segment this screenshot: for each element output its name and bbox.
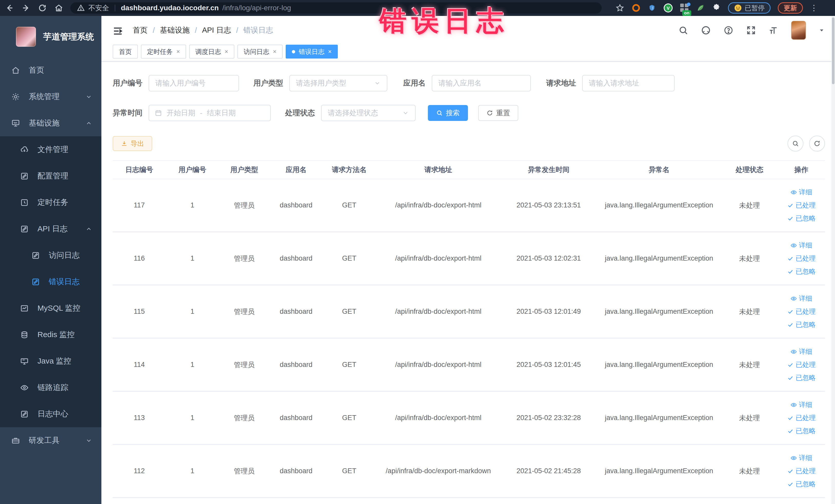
help-icon[interactable] bbox=[724, 25, 734, 36]
tab-label: 定时任务 bbox=[147, 47, 173, 56]
sidebar-item-label: 研发工具 bbox=[29, 435, 60, 446]
sidebar-item-error-log[interactable]: 错误日志 bbox=[0, 268, 101, 295]
detail-link[interactable]: 详细 bbox=[790, 241, 812, 250]
exception-time-range-picker[interactable]: 开始日期 - 结束日期 bbox=[149, 105, 271, 121]
extensions-puzzle-icon[interactable] bbox=[712, 4, 721, 12]
process-status-select[interactable]: 请选择处理状态 bbox=[321, 105, 415, 121]
search-icon[interactable] bbox=[678, 25, 688, 36]
scrollbar-thumb[interactable] bbox=[832, 18, 834, 84]
sidebar-item-trace[interactable]: 链路追踪 bbox=[0, 374, 101, 401]
menu-fold-icon[interactable] bbox=[113, 26, 123, 35]
sidebar-item-file-manage[interactable]: 文件管理 bbox=[0, 136, 101, 163]
reset-button[interactable]: 重置 bbox=[478, 105, 518, 121]
processed-link[interactable]: 已处理 bbox=[787, 307, 816, 316]
sidebar-item-label: API 日志 bbox=[38, 224, 67, 234]
forward-icon[interactable] bbox=[21, 3, 31, 13]
sidebar-item-devtools[interactable]: 研发工具 bbox=[0, 427, 101, 454]
sidebar-item-system-manage[interactable]: 系统管理 bbox=[0, 83, 101, 110]
back-icon[interactable] bbox=[5, 3, 14, 13]
toggle-search-button[interactable] bbox=[788, 136, 803, 152]
ignored-link[interactable]: 已忽略 bbox=[787, 373, 816, 382]
font-size-icon[interactable] bbox=[769, 25, 779, 36]
access-log-icon bbox=[31, 251, 40, 260]
fullscreen-icon[interactable] bbox=[746, 25, 756, 36]
ignored-link[interactable]: 已忽略 bbox=[787, 214, 816, 223]
cell-log-id: 113 bbox=[113, 414, 166, 422]
tab-error-log[interactable]: 错误日志× bbox=[286, 45, 338, 59]
user-avatar[interactable] bbox=[791, 21, 806, 40]
close-icon[interactable]: × bbox=[328, 48, 332, 55]
app-logo-row[interactable]: 芋道管理系统 bbox=[0, 16, 101, 57]
close-icon[interactable]: × bbox=[273, 48, 277, 55]
tab-dispatch-log[interactable]: 调度日志× bbox=[189, 45, 235, 59]
ignored-link[interactable]: 已忽略 bbox=[787, 426, 816, 436]
close-icon[interactable]: × bbox=[225, 48, 228, 55]
extension-leaf-icon[interactable] bbox=[696, 4, 705, 12]
detail-link[interactable]: 详细 bbox=[790, 453, 812, 462]
profile-paused-button[interactable]: 已暂停 bbox=[728, 2, 771, 14]
export-button[interactable]: 导出 bbox=[113, 136, 152, 151]
ignored-link[interactable]: 已忽略 bbox=[787, 267, 816, 276]
on-badge: on bbox=[682, 10, 691, 16]
breadcrumb-item[interactable]: 基础设施 bbox=[160, 25, 190, 36]
sidebar-item-java-monitor[interactable]: Java 监控 bbox=[0, 348, 101, 374]
detail-link[interactable]: 详细 bbox=[790, 347, 812, 356]
user-type-select[interactable]: 请选择用户类型 bbox=[289, 75, 387, 92]
page-scrollbar bbox=[831, 16, 835, 504]
extension-green-v-icon[interactable]: V bbox=[663, 3, 673, 13]
detail-link[interactable]: 详细 bbox=[790, 400, 812, 409]
tab-home[interactable]: 首页 bbox=[113, 45, 138, 59]
extension-orange-icon[interactable] bbox=[631, 3, 641, 13]
extension-grid-icon[interactable]: on bbox=[680, 4, 689, 12]
request-url-label: 请求地址 bbox=[546, 78, 576, 88]
tab-access-log[interactable]: 访问日志× bbox=[238, 45, 283, 59]
processed-link[interactable]: 已处理 bbox=[787, 360, 816, 369]
col-status: 处理状态 bbox=[721, 165, 777, 174]
extension-shield-icon[interactable] bbox=[648, 4, 656, 12]
avatar-caret-icon[interactable] bbox=[818, 27, 825, 34]
sidebar-item-log-center[interactable]: 日志中心 bbox=[0, 401, 101, 427]
close-icon[interactable]: × bbox=[176, 48, 180, 55]
github-icon[interactable] bbox=[701, 25, 711, 36]
cell-time: 2021-05-03 12:01:45 bbox=[501, 361, 596, 369]
cell-log-id: 112 bbox=[113, 467, 166, 475]
sidebar-item-api-log[interactable]: API 日志 bbox=[0, 216, 101, 242]
refresh-table-button[interactable] bbox=[809, 136, 825, 152]
ignored-link[interactable]: 已忽略 bbox=[787, 320, 816, 329]
processed-link[interactable]: 已处理 bbox=[787, 201, 816, 210]
eye-icon bbox=[790, 189, 797, 196]
ignored-link[interactable]: 已忽略 bbox=[787, 480, 816, 489]
cell-status: 未处理 bbox=[721, 254, 777, 263]
detail-link[interactable]: 详细 bbox=[790, 294, 812, 303]
sidebar-item-config-manage[interactable]: 配置管理 bbox=[0, 163, 101, 189]
user-id-input[interactable] bbox=[149, 75, 239, 92]
sidebar-item-home[interactable]: 首页 bbox=[0, 57, 101, 83]
home-nav-icon[interactable] bbox=[54, 3, 64, 13]
bookmark-star-icon[interactable] bbox=[615, 4, 624, 12]
detail-link[interactable]: 详细 bbox=[790, 188, 812, 197]
reload-icon[interactable] bbox=[38, 3, 47, 13]
cell-app: dashboard bbox=[269, 414, 323, 422]
col-user-type: 用户类型 bbox=[219, 165, 269, 174]
check-icon bbox=[787, 202, 794, 209]
tab-scheduled-job[interactable]: 定时任务× bbox=[141, 45, 186, 59]
breadcrumb-item[interactable]: API 日志 bbox=[202, 25, 231, 36]
app-name-input[interactable] bbox=[432, 75, 531, 92]
breadcrumb-item[interactable]: 首页 bbox=[133, 25, 148, 36]
request-url-input[interactable] bbox=[582, 75, 675, 92]
processed-link[interactable]: 已处理 bbox=[787, 466, 816, 476]
sidebar-item-infrastructure[interactable]: 基础设施 bbox=[0, 110, 101, 136]
processed-link[interactable]: 已处理 bbox=[787, 414, 816, 422]
browser-menu-icon[interactable]: ⋮ bbox=[810, 6, 818, 9]
update-button[interactable]: 更新 bbox=[778, 2, 803, 14]
cell-user-id: 1 bbox=[166, 308, 219, 316]
search-button[interactable]: 搜索 bbox=[428, 105, 468, 121]
header-actions bbox=[678, 21, 825, 40]
sidebar-item-redis-monitor[interactable]: Redis 监控 bbox=[0, 321, 101, 348]
sidebar-item-access-log[interactable]: 访问日志 bbox=[0, 242, 101, 268]
col-url: 请求地址 bbox=[376, 165, 501, 174]
sidebar-item-mysql-monitor[interactable]: MySQL 监控 bbox=[0, 295, 101, 321]
processed-link[interactable]: 已处理 bbox=[787, 254, 816, 263]
sidebar-item-scheduled-job[interactable]: 定时任务 bbox=[0, 189, 101, 216]
address-bar[interactable]: 不安全 dashboard.yudao.iocoder.cn/infra/log… bbox=[70, 2, 602, 14]
